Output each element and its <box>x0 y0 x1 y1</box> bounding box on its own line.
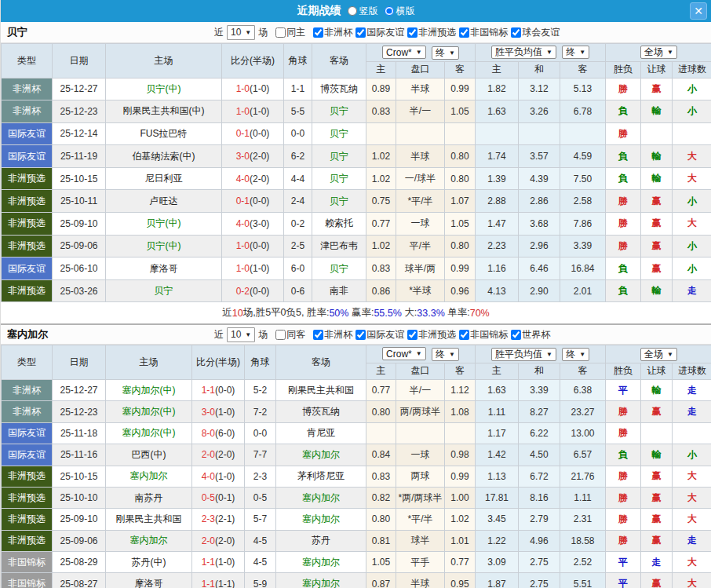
away-team-cell: 贝宁 <box>312 122 366 145</box>
avg-group-header: 胜平负均值 终 <box>476 345 606 363</box>
final-odds-select[interactable]: 终 <box>432 46 459 60</box>
match-type-cell: 国际友谊 <box>2 444 53 466</box>
wdl-average-select[interactable]: 胜平负均值 <box>491 46 556 59</box>
league-checkbox[interactable] <box>459 330 469 340</box>
league-checkbox[interactable] <box>313 27 323 38</box>
goals-result-cell: 大 <box>673 487 711 508</box>
league-filter[interactable]: 国际友谊 <box>356 26 404 39</box>
full-match-select[interactable]: 全场 <box>640 46 677 59</box>
titlebar: 近期战绩 竖版 横版 ✕ <box>1 0 711 22</box>
avg-away-cell: 1.11 <box>560 487 606 508</box>
goals-result-cell: 小 <box>673 100 711 123</box>
home-team-cell: 塞内加尔(中) <box>106 401 192 422</box>
match-row: 非洲预选25-09-10贝宁(中)4-0(3-0)0-2赖索托0.77一球1.0… <box>2 213 711 236</box>
home-odds-cell: 0.77 <box>366 379 396 400</box>
final-odds-label: 终 <box>436 46 445 60</box>
score-cell: 2-0(2-0) <box>192 444 245 466</box>
avg-away-cell: 5.51 <box>560 573 606 588</box>
final-average-select[interactable]: 终 <box>562 348 589 361</box>
league-filter[interactable]: 球会友谊 <box>511 26 560 39</box>
league-filter[interactable]: 非洲杯 <box>313 328 352 341</box>
close-icon[interactable]: ✕ <box>690 2 707 20</box>
horizontal-radio[interactable] <box>385 6 394 16</box>
layout-radio-vertical[interactable]: 竖版 <box>348 5 378 18</box>
avg-away-cell: 23.27 <box>560 401 606 422</box>
date-cell: 25-10-15 <box>53 167 106 190</box>
avg-draw-cell: 2.75 <box>519 552 560 573</box>
result-cell: 負 <box>606 257 641 280</box>
league-filter[interactable]: 世界杯 <box>511 328 550 341</box>
same-away-label: 同客 <box>286 328 305 341</box>
goals-result-cell: 大 <box>673 466 711 487</box>
league-filter[interactable]: 非洲杯 <box>313 26 352 39</box>
home-odds-cell: 0.75 <box>366 190 396 213</box>
final-odds-select[interactable]: 终 <box>432 348 459 361</box>
col-type: 类型 <box>2 345 53 380</box>
corner-cell: 4-5 <box>245 552 276 573</box>
avg-home-cell: 1.63 <box>476 100 519 123</box>
corner-cell: 5-5 <box>284 100 312 123</box>
score-cell: 0-2(0-0) <box>222 279 284 302</box>
match-row: 国际友谊25-11-18塞内加尔(中)8-0(6-0)0-0肯尼亚1.176.2… <box>2 422 711 444</box>
handicap-result-cell: 赢 <box>641 78 673 100</box>
result-cell: 負 <box>606 444 641 466</box>
away-team-cell: 赖索托 <box>312 213 366 236</box>
home-odds-cell: 1.02 <box>366 235 396 257</box>
crown-odds-select[interactable]: Crow* <box>382 347 426 360</box>
match-count-select[interactable]: 10 <box>227 327 255 342</box>
crown-odds-select[interactable]: Crow* <box>382 46 426 59</box>
score-cell: 1-0(1-0) <box>222 100 284 123</box>
avg-home-cell: 4.13 <box>476 279 519 302</box>
same-home-checkbox[interactable] <box>275 27 286 38</box>
score-cell: 1-0(1-0) <box>222 78 284 100</box>
layout-radio-horizontal[interactable]: 横版 <box>385 5 415 18</box>
col-odds-line: 盘口 <box>396 61 445 78</box>
dropdown-caret-icon <box>416 49 422 56</box>
league-checkbox[interactable] <box>356 330 366 340</box>
vertical-radio[interactable] <box>348 6 357 16</box>
col-date: 日期 <box>53 44 106 79</box>
goals-result-cell: 小 <box>673 235 711 257</box>
league-checkbox[interactable] <box>511 330 521 340</box>
handicap-result-cell: 輸 <box>641 167 673 190</box>
home-team-cell: 塞内加尔(中) <box>106 422 192 444</box>
final-average-select[interactable]: 终 <box>562 46 589 59</box>
league-checkbox[interactable] <box>511 27 521 38</box>
league-checkbox[interactable] <box>356 27 366 38</box>
date-cell: 25-12-23 <box>53 100 106 123</box>
league-checkbox[interactable] <box>313 330 323 340</box>
score-cell: 4-0(2-0) <box>222 167 284 190</box>
match-count-select[interactable]: 10 <box>227 25 255 40</box>
full-match-select[interactable]: 全场 <box>640 348 677 361</box>
league-checkbox[interactable] <box>407 27 417 38</box>
avg-draw-cell: 3.68 <box>519 213 560 236</box>
league-filter[interactable]: 非国锦标 <box>459 26 508 39</box>
same-home-checkbox-wrap[interactable]: 同主 <box>275 26 305 39</box>
wdl-average-select[interactable]: 胜平负均值 <box>491 348 556 361</box>
away-odds-cell: 0.99 <box>445 466 476 487</box>
away-team-cell: 贝宁 <box>312 167 366 190</box>
summary-part: 50% <box>329 308 348 319</box>
goals-result-cell: 走 <box>673 530 711 551</box>
goals-result-cell <box>673 122 711 145</box>
away-odds-cell: 0.96 <box>445 279 476 302</box>
same-away-checkbox[interactable] <box>275 330 286 340</box>
goals-result-cell: 大 <box>673 145 711 168</box>
league-filter[interactable]: 非国锦标 <box>459 328 508 341</box>
avg-draw-cell: 2.90 <box>519 279 560 302</box>
league-filter[interactable]: 非洲预选 <box>407 328 456 341</box>
dropdown-caret-icon <box>667 351 673 358</box>
wdl-average-label: 胜平负均值 <box>495 348 542 361</box>
score-cell: 0-1(0-0) <box>222 190 284 213</box>
avg-home-cell: 3.45 <box>476 509 519 530</box>
league-checkbox[interactable] <box>407 330 417 340</box>
league-checkbox[interactable] <box>459 27 469 38</box>
games-label: 场 <box>258 328 268 341</box>
league-filter[interactable]: 非洲预选 <box>407 26 456 39</box>
league-filter[interactable]: 国际友谊 <box>356 328 404 341</box>
away-odds-cell <box>445 422 476 444</box>
date-cell: 25-06-10 <box>53 257 106 280</box>
match-type-cell: 非洲预选 <box>2 530 53 551</box>
avg-draw-cell: 8.16 <box>519 487 560 508</box>
same-away-checkbox-wrap[interactable]: 同客 <box>275 328 305 341</box>
